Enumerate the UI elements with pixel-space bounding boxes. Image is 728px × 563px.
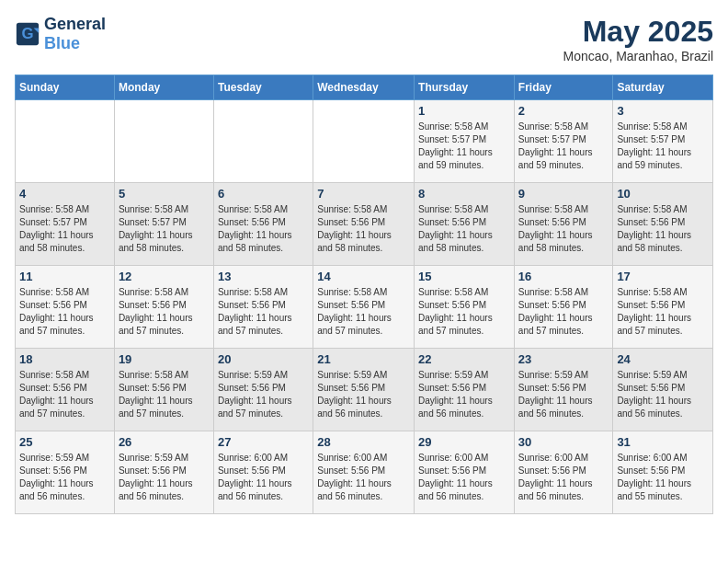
day-info: Sunrise: 5:58 AM Sunset: 5:57 PM Dayligh… <box>617 121 709 172</box>
calendar-cell: 4Sunrise: 5:58 AM Sunset: 5:57 PM Daylig… <box>16 183 115 266</box>
day-number: 24 <box>617 352 709 366</box>
day-number: 23 <box>518 352 609 366</box>
calendar-cell <box>213 100 313 183</box>
day-info: Sunrise: 5:59 AM Sunset: 5:56 PM Dayligh… <box>19 452 110 503</box>
day-number: 30 <box>518 435 609 449</box>
day-info: Sunrise: 5:59 AM Sunset: 5:56 PM Dayligh… <box>119 452 210 503</box>
day-number: 1 <box>418 104 510 118</box>
day-number: 22 <box>418 352 510 366</box>
calendar-cell: 3Sunrise: 5:58 AM Sunset: 5:57 PM Daylig… <box>613 100 713 183</box>
day-number: 8 <box>418 187 510 201</box>
calendar-cell: 7Sunrise: 5:58 AM Sunset: 5:56 PM Daylig… <box>313 183 415 266</box>
header-row: SundayMondayTuesdayWednesdayThursdayFrid… <box>16 75 713 100</box>
calendar-body: 1Sunrise: 5:58 AM Sunset: 5:57 PM Daylig… <box>16 100 713 514</box>
calendar-week-5: 25Sunrise: 5:59 AM Sunset: 5:56 PM Dayli… <box>16 431 713 514</box>
day-number: 20 <box>218 352 309 366</box>
calendar-cell: 27Sunrise: 6:00 AM Sunset: 5:56 PM Dayli… <box>213 431 313 514</box>
calendar-cell: 9Sunrise: 5:58 AM Sunset: 5:56 PM Daylig… <box>514 183 613 266</box>
day-info: Sunrise: 5:58 AM Sunset: 5:57 PM Dayligh… <box>19 203 110 255</box>
day-number: 11 <box>19 270 110 283</box>
calendar-cell: 11Sunrise: 5:58 AM Sunset: 5:56 PM Dayli… <box>16 266 115 349</box>
logo: G General Blue <box>15 15 106 53</box>
day-info: Sunrise: 5:59 AM Sunset: 5:56 PM Dayligh… <box>317 369 410 420</box>
calendar-table: SundayMondayTuesdayWednesdayThursdayFrid… <box>15 75 713 514</box>
day-info: Sunrise: 5:58 AM Sunset: 5:56 PM Dayligh… <box>218 203 309 255</box>
weekday-header-wednesday: Wednesday <box>313 75 415 100</box>
calendar-cell: 25Sunrise: 5:59 AM Sunset: 5:56 PM Dayli… <box>16 431 115 514</box>
day-number: 31 <box>617 435 709 449</box>
calendar-header: SundayMondayTuesdayWednesdayThursdayFrid… <box>16 75 713 100</box>
calendar-cell: 1Sunrise: 5:58 AM Sunset: 5:57 PM Daylig… <box>415 100 515 183</box>
day-info: Sunrise: 5:58 AM Sunset: 5:56 PM Dayligh… <box>119 369 210 420</box>
day-info: Sunrise: 5:59 AM Sunset: 5:56 PM Dayligh… <box>518 369 609 420</box>
calendar-cell: 24Sunrise: 5:59 AM Sunset: 5:56 PM Dayli… <box>613 349 713 431</box>
calendar-cell: 17Sunrise: 5:58 AM Sunset: 5:56 PM Dayli… <box>613 266 713 349</box>
calendar-cell <box>114 100 213 183</box>
calendar-cell <box>313 100 415 183</box>
calendar-cell: 20Sunrise: 5:59 AM Sunset: 5:56 PM Dayli… <box>213 349 313 431</box>
day-info: Sunrise: 5:58 AM Sunset: 5:57 PM Dayligh… <box>119 203 210 255</box>
day-info: Sunrise: 5:58 AM Sunset: 5:56 PM Dayligh… <box>617 286 709 338</box>
calendar-cell: 28Sunrise: 6:00 AM Sunset: 5:56 PM Dayli… <box>313 431 415 514</box>
weekday-header-monday: Monday <box>114 75 213 100</box>
day-number: 16 <box>518 270 609 283</box>
day-number: 12 <box>119 270 210 283</box>
day-info: Sunrise: 5:58 AM Sunset: 5:56 PM Dayligh… <box>317 203 410 255</box>
calendar-cell: 26Sunrise: 5:59 AM Sunset: 5:56 PM Dayli… <box>114 431 213 514</box>
weekday-header-tuesday: Tuesday <box>213 75 313 100</box>
day-number: 3 <box>617 104 709 118</box>
day-info: Sunrise: 5:58 AM Sunset: 5:56 PM Dayligh… <box>317 286 410 338</box>
calendar-cell: 18Sunrise: 5:58 AM Sunset: 5:56 PM Dayli… <box>16 349 115 431</box>
day-info: Sunrise: 6:00 AM Sunset: 5:56 PM Dayligh… <box>418 452 510 503</box>
calendar-cell <box>16 100 115 183</box>
calendar-cell: 29Sunrise: 6:00 AM Sunset: 5:56 PM Dayli… <box>415 431 515 514</box>
day-info: Sunrise: 5:58 AM Sunset: 5:57 PM Dayligh… <box>418 121 510 172</box>
calendar-cell: 13Sunrise: 5:58 AM Sunset: 5:56 PM Dayli… <box>213 266 313 349</box>
day-info: Sunrise: 5:58 AM Sunset: 5:56 PM Dayligh… <box>218 286 309 338</box>
day-number: 6 <box>218 187 309 201</box>
day-number: 21 <box>317 352 410 366</box>
day-number: 26 <box>119 435 210 449</box>
calendar-cell: 23Sunrise: 5:59 AM Sunset: 5:56 PM Dayli… <box>514 349 613 431</box>
calendar-week-4: 18Sunrise: 5:58 AM Sunset: 5:56 PM Dayli… <box>16 349 713 431</box>
day-info: Sunrise: 5:58 AM Sunset: 5:56 PM Dayligh… <box>119 286 210 338</box>
day-info: Sunrise: 5:58 AM Sunset: 5:56 PM Dayligh… <box>418 286 510 338</box>
title-block: May 2025 Moncao, Maranhao, Brazil <box>563 15 713 63</box>
location-subtitle: Moncao, Maranhao, Brazil <box>563 49 713 63</box>
calendar-cell: 5Sunrise: 5:58 AM Sunset: 5:57 PM Daylig… <box>114 183 213 266</box>
day-number: 9 <box>518 187 609 201</box>
day-info: Sunrise: 5:59 AM Sunset: 5:56 PM Dayligh… <box>218 369 309 420</box>
calendar-cell: 14Sunrise: 5:58 AM Sunset: 5:56 PM Dayli… <box>313 266 415 349</box>
day-info: Sunrise: 5:58 AM Sunset: 5:56 PM Dayligh… <box>418 203 510 255</box>
day-info: Sunrise: 6:00 AM Sunset: 5:56 PM Dayligh… <box>518 452 609 503</box>
day-number: 2 <box>518 104 609 118</box>
svg-text:G: G <box>21 25 33 42</box>
calendar-cell: 21Sunrise: 5:59 AM Sunset: 5:56 PM Dayli… <box>313 349 415 431</box>
day-number: 7 <box>317 187 410 201</box>
day-info: Sunrise: 6:00 AM Sunset: 5:56 PM Dayligh… <box>218 452 309 503</box>
day-number: 10 <box>617 187 709 201</box>
calendar-cell: 30Sunrise: 6:00 AM Sunset: 5:56 PM Dayli… <box>514 431 613 514</box>
calendar-cell: 2Sunrise: 5:58 AM Sunset: 5:57 PM Daylig… <box>514 100 613 183</box>
calendar-cell: 22Sunrise: 5:59 AM Sunset: 5:56 PM Dayli… <box>415 349 515 431</box>
day-info: Sunrise: 5:59 AM Sunset: 5:56 PM Dayligh… <box>418 369 510 420</box>
day-number: 14 <box>317 270 410 283</box>
day-number: 27 <box>218 435 309 449</box>
day-number: 29 <box>418 435 510 449</box>
calendar-cell: 10Sunrise: 5:58 AM Sunset: 5:56 PM Dayli… <box>613 183 713 266</box>
calendar-cell: 8Sunrise: 5:58 AM Sunset: 5:56 PM Daylig… <box>415 183 515 266</box>
weekday-header-friday: Friday <box>514 75 613 100</box>
day-info: Sunrise: 5:58 AM Sunset: 5:57 PM Dayligh… <box>518 121 609 172</box>
day-number: 25 <box>19 435 110 449</box>
page-header: G General Blue May 2025 Moncao, Maranhao… <box>15 15 713 63</box>
day-info: Sunrise: 5:58 AM Sunset: 5:56 PM Dayligh… <box>19 369 110 420</box>
calendar-week-2: 4Sunrise: 5:58 AM Sunset: 5:57 PM Daylig… <box>16 183 713 266</box>
day-info: Sunrise: 5:59 AM Sunset: 5:56 PM Dayligh… <box>617 369 709 420</box>
logo-icon: G <box>15 21 40 47</box>
calendar-cell: 6Sunrise: 5:58 AM Sunset: 5:56 PM Daylig… <box>213 183 313 266</box>
calendar-cell: 16Sunrise: 5:58 AM Sunset: 5:56 PM Dayli… <box>514 266 613 349</box>
day-number: 13 <box>218 270 309 283</box>
day-info: Sunrise: 5:58 AM Sunset: 5:56 PM Dayligh… <box>518 203 609 255</box>
day-number: 15 <box>418 270 510 283</box>
weekday-header-thursday: Thursday <box>415 75 515 100</box>
